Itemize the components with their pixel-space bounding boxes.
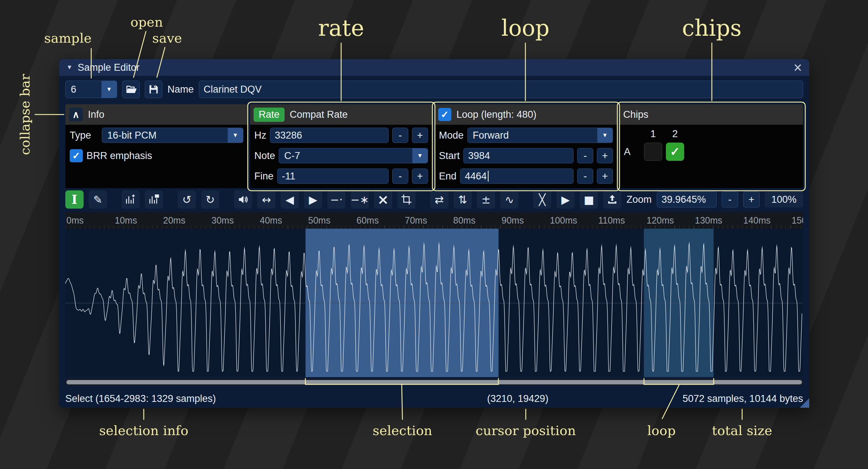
ruler-label: 0ms [66,215,84,226]
mode-value: Forward [468,128,597,143]
name-input[interactable]: Clarinet DQV [199,81,803,98]
chip-2-checkbox[interactable]: ✓ [666,143,684,161]
cursor-position-text: (3210, 19429) [487,393,548,404]
chips-header-label: Chips [623,109,648,120]
amplify-button[interactable] [234,190,252,209]
resize-button[interactable] [121,190,140,209]
type-value: 16-bit PCM [102,128,228,143]
ruler-label: 110ms [598,215,625,226]
brr-emphasis-label: BRR emphasis [86,150,152,162]
sample-selector[interactable]: 6 ▼ [65,81,117,98]
annotation-collapse-bar: collapse bar [18,74,32,155]
close-button[interactable]: × [794,60,802,75]
annotation-total-size: total size [712,423,772,438]
brr-emphasis-checkbox[interactable]: ✓ [70,149,83,162]
loop-panel: ✓ Loop (length: 480) Mode Forward ▼ Star… [435,104,617,188]
loop-start-input[interactable]: 3984 [463,148,574,163]
loop-start-decrement-button[interactable]: - [577,148,593,163]
loop-start-increment-button[interactable]: + [597,148,613,163]
reverse-button[interactable]: ⇄ [430,190,448,209]
ruler-label: 80ms [453,215,475,226]
fine-increment-button[interactable]: + [412,168,428,184]
status-bar: Select (1654-2983: 1329 samples) (3210, … [59,389,809,408]
rate-badge[interactable]: Rate [254,108,285,122]
page-background: ▼ Sample Editor × 6 ▼ Name Clarinet DQV … [0,0,868,469]
annotation-sample: sample [44,31,92,46]
waveform-scrollbar[interactable] [65,379,803,385]
waveform-area [65,229,803,377]
mode-label: Mode [439,130,464,141]
name-label: Name [167,84,194,95]
save-button[interactable] [145,81,162,98]
sign-invert-button[interactable]: ± [477,190,495,209]
redo-button[interactable]: ↻ [201,190,219,209]
trim-button[interactable] [397,190,416,209]
resample-button[interactable] [145,190,163,209]
undo-button[interactable]: ↺ [178,190,196,209]
ruler-label: 130ms [695,215,722,226]
invert-button[interactable]: ⇅ [454,190,472,209]
delete-button[interactable]: × [374,190,392,209]
annotation-selection-info: selection info [99,423,189,438]
window-collapse-icon[interactable]: ▼ [66,64,73,71]
floppy-save-icon [148,84,159,95]
loop-header-label: Loop (length: 480) [456,109,536,120]
resize-grip[interactable] [800,398,809,408]
insert-silence-button[interactable]: −· [327,190,346,209]
note-select[interactable]: C-7 ▼ [279,148,428,163]
normalize-button[interactable]: ↔ [257,190,275,209]
ruler-label: 70ms [405,215,427,226]
fade-out-button[interactable]: ▶ [304,190,322,209]
zoom-out-button[interactable]: - [722,191,738,208]
fine-decrement-button[interactable]: - [392,168,408,184]
select-tool-button[interactable]: I [65,190,84,209]
open-button[interactable] [122,81,140,98]
fade-in-button[interactable]: ◀ [281,190,299,209]
scrollbar-thumb[interactable] [66,380,802,384]
wave-resize-icon [125,194,136,205]
hz-input[interactable]: 33286 [270,128,389,143]
loop-checkbox[interactable]: ✓ [438,108,451,121]
fine-input[interactable]: -11 [277,168,389,184]
zoom-input[interactable]: 39.9645% [657,191,717,208]
apply-silence-button[interactable]: −∗ [351,190,369,209]
dropdown-arrow-icon[interactable]: ▼ [228,128,243,143]
loop-end-increment-button[interactable]: + [597,168,613,184]
filter-button[interactable]: ∿ [500,190,518,209]
hz-increment-button[interactable]: + [412,128,428,143]
chip-1-checkbox[interactable] [644,143,662,161]
ruler-label: 50ms [308,215,331,226]
toolbar: I✎↺↻↔◀▶−·−∗×⇄⇅±∿╳▶■ Zoom 39.9645% - + 10… [59,188,809,211]
annotation-loop: loop [501,15,549,41]
stop-preview-button[interactable]: ■ [580,190,598,209]
draw-tool-button[interactable]: ✎ [89,190,107,209]
loop-end-input[interactable]: 4464 [460,168,574,184]
text-cursor [488,171,489,182]
hz-decrement-button[interactable]: - [392,128,408,143]
type-select[interactable]: 16-bit PCM ▼ [102,128,243,143]
zoom-in-button[interactable]: + [743,191,760,208]
loop-end-value: 4464 [465,171,487,182]
loop-end-decrement-button[interactable]: - [577,168,593,184]
preview-button[interactable]: ▶ [556,190,575,209]
ruler-label: 90ms [502,215,524,226]
ruler-label: 10ms [115,215,137,226]
dropdown-arrow-icon[interactable]: ▼ [412,148,428,163]
dropdown-arrow-icon[interactable]: ▼ [101,81,117,98]
waveform-canvas[interactable] [65,229,803,377]
zoom-reset-button[interactable]: 100% [765,191,803,208]
mode-select[interactable]: Forward ▼ [467,128,613,143]
crop-icon [401,194,412,205]
rate-panel: Rate Compat Rate Hz 33286 - + Note C-7 [250,104,432,188]
sample-editor-window: ▼ Sample Editor × 6 ▼ Name Clarinet DQV … [59,59,809,408]
note-value: C-7 [279,148,412,163]
dropdown-arrow-icon[interactable]: ▼ [597,128,613,143]
ruler-label: 20ms [163,215,185,226]
crossfade-button[interactable]: ╳ [533,190,551,209]
collapse-info-button[interactable]: ∧ [69,108,83,121]
import-button[interactable] [603,190,621,209]
loop-end-label: End [439,171,456,182]
timeline-ruler: 0ms10ms20ms30ms40ms50ms60ms70ms80ms90ms1… [65,212,803,229]
ruler-label: 150 [792,215,803,226]
annotation-rate: rate [318,15,364,41]
